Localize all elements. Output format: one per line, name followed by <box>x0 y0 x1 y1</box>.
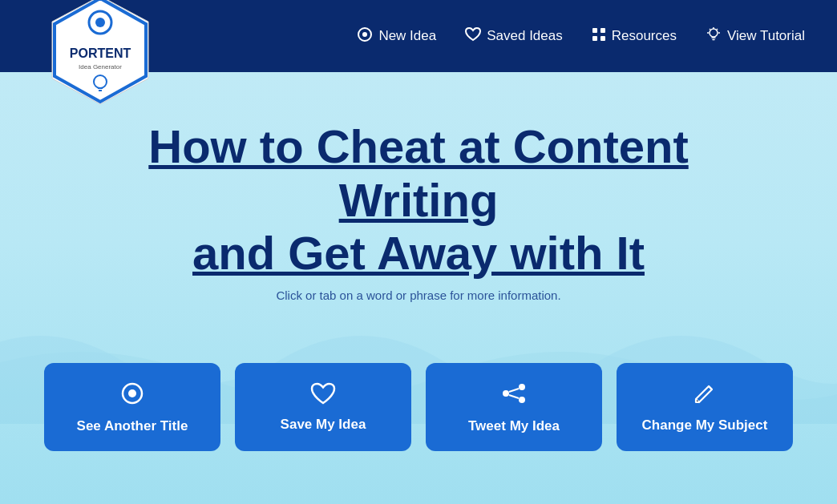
svg-rect-14 <box>592 36 597 41</box>
svg-point-16 <box>710 29 718 37</box>
circle-icon <box>357 26 373 46</box>
nav-saved-ideas[interactable]: Saved Ideas <box>465 27 563 46</box>
navbar: PORTENT Idea Generator New Idea Saved Id… <box>0 0 837 72</box>
svg-rect-13 <box>600 28 605 33</box>
action-buttons: See Another Title Save My Idea Tweet My … <box>44 363 793 451</box>
refresh-icon <box>119 381 145 410</box>
svg-point-4 <box>95 18 105 27</box>
bulb-icon <box>706 26 722 46</box>
see-another-title-button[interactable]: See Another Title <box>44 363 220 451</box>
main-content: How to Cheat at Content Writing and Get … <box>0 72 837 504</box>
svg-line-19 <box>710 29 710 30</box>
svg-point-28 <box>519 397 525 403</box>
nav-links: New Idea Saved Ideas Resources View Tuto… <box>357 26 805 46</box>
share-icon <box>501 381 527 410</box>
svg-text:Idea Generator: Idea Generator <box>79 63 122 71</box>
svg-point-26 <box>519 384 525 390</box>
svg-line-30 <box>509 395 519 398</box>
nav-view-tutorial[interactable]: View Tutorial <box>706 26 805 46</box>
change-my-subject-button[interactable]: Change My Subject <box>617 363 793 451</box>
svg-rect-15 <box>600 36 605 41</box>
nav-resources[interactable]: Resources <box>592 27 677 46</box>
svg-rect-12 <box>592 28 597 33</box>
nav-new-idea[interactable]: New Idea <box>357 26 436 46</box>
heart-button-icon <box>310 382 336 409</box>
subtitle-text: Click or tab on a word or phrase for mor… <box>78 288 759 302</box>
svg-line-18 <box>717 29 718 30</box>
svg-text:PORTENT: PORTENT <box>70 46 131 60</box>
svg-point-27 <box>503 390 509 397</box>
tweet-my-idea-button[interactable]: Tweet My Idea <box>426 363 602 451</box>
title-section: How to Cheat at Content Writing and Get … <box>78 120 759 302</box>
save-my-idea-button[interactable]: Save My Idea <box>235 363 411 451</box>
logo: PORTENT Idea Generator <box>48 0 152 111</box>
main-title[interactable]: How to Cheat at Content Writing and Get … <box>78 120 759 280</box>
edit-icon <box>693 381 717 409</box>
svg-point-25 <box>128 389 136 397</box>
svg-line-29 <box>509 389 519 392</box>
grid-icon <box>592 27 606 46</box>
svg-point-11 <box>362 32 367 37</box>
heart-nav-icon <box>465 27 481 46</box>
